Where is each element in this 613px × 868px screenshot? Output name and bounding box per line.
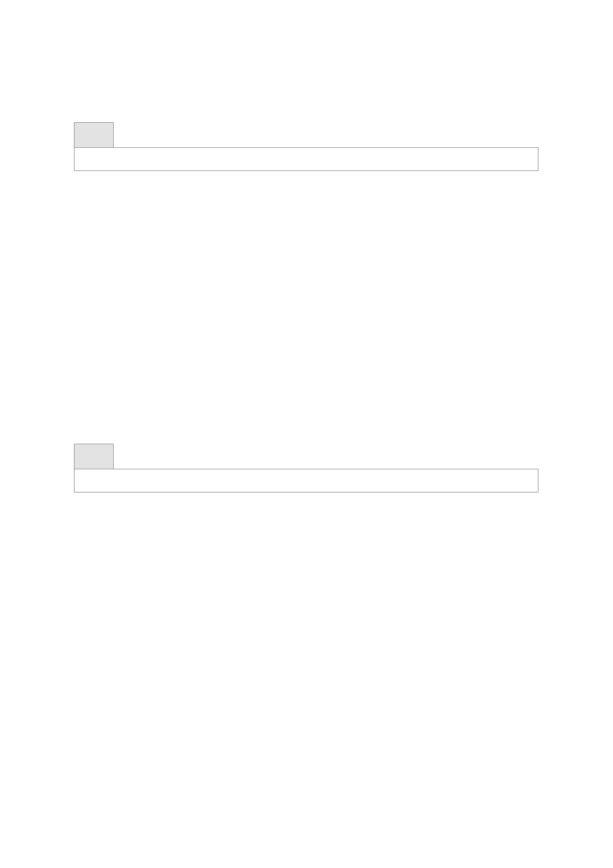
field-tab-2[interactable] xyxy=(74,444,114,469)
field-input-1[interactable] xyxy=(74,147,538,171)
field-input-2[interactable] xyxy=(74,469,538,493)
field-tab-1[interactable] xyxy=(74,122,114,148)
